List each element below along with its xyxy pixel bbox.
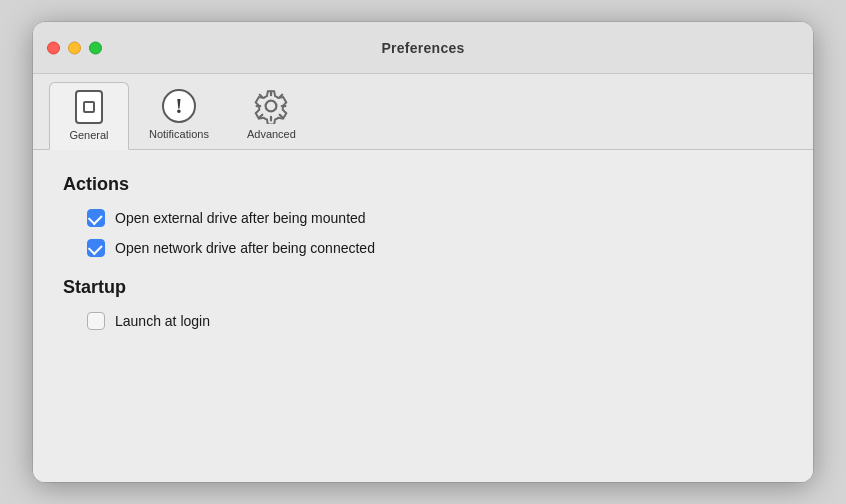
actions-section: Actions Open external drive after being … (63, 174, 783, 257)
launch-login-label: Launch at login (115, 313, 210, 329)
titlebar: Preferences (33, 22, 813, 74)
checkbox-row-network: Open network drive after being connected (87, 239, 783, 257)
close-button[interactable] (47, 41, 60, 54)
advanced-icon-container (253, 88, 289, 124)
checkbox-row-login: Launch at login (87, 312, 783, 330)
startup-section: Startup Launch at login (63, 277, 783, 330)
checkbox-row-external: Open external drive after being mounted (87, 209, 783, 227)
tab-notifications-label: Notifications (149, 128, 209, 140)
launch-login-checkbox[interactable] (87, 312, 105, 330)
toolbar: General ! Notifications Advanced (33, 74, 813, 150)
gear-icon (253, 88, 289, 124)
startup-title: Startup (63, 277, 783, 298)
tab-notifications[interactable]: ! Notifications (131, 82, 227, 149)
actions-title: Actions (63, 174, 783, 195)
notifications-icon-container: ! (161, 88, 197, 124)
tab-general-label: General (69, 129, 108, 141)
exclamation-icon: ! (162, 89, 196, 123)
window-controls (47, 41, 102, 54)
maximize-button[interactable] (89, 41, 102, 54)
network-drive-checkbox[interactable] (87, 239, 105, 257)
general-icon-container (71, 89, 107, 125)
tab-advanced-label: Advanced (247, 128, 296, 140)
minimize-button[interactable] (68, 41, 81, 54)
main-content: Actions Open external drive after being … (33, 150, 813, 482)
tab-general[interactable]: General (49, 82, 129, 150)
tab-advanced[interactable]: Advanced (229, 82, 314, 149)
window-title: Preferences (381, 40, 464, 56)
preferences-window: Preferences General ! Notifications (33, 22, 813, 482)
external-drive-label: Open external drive after being mounted (115, 210, 366, 226)
external-drive-checkbox[interactable] (87, 209, 105, 227)
network-drive-label: Open network drive after being connected (115, 240, 375, 256)
device-icon (75, 90, 103, 124)
